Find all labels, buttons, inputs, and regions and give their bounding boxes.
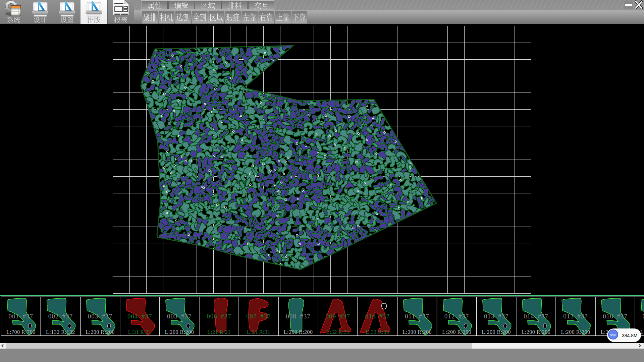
- svg-text:L:31 R:31: L:31 R:31: [128, 329, 152, 335]
- svg-text:L:200 R:200: L:200 R:200: [442, 329, 471, 335]
- svg-text:L:200 R:200: L:200 R:200: [402, 329, 432, 335]
- svg-text:014_#37: 014_#37: [524, 313, 548, 320]
- svg-text:016_#37: 016_#37: [603, 313, 628, 320]
- svg-text:002_#37: 002_#37: [48, 313, 73, 320]
- svg-text:L:132 R:132: L:132 R:132: [46, 329, 75, 335]
- svg-text:001_#37: 001_#37: [9, 313, 34, 320]
- svg-text:L:200 R:200: L:200 R:200: [482, 329, 511, 335]
- svg-text:L:200 R:200: L:200 R:200: [561, 329, 590, 335]
- svg-text:009_#37: 009_#37: [326, 313, 351, 320]
- svg-text:L:200 R:200: L:200 R:200: [86, 329, 115, 335]
- svg-text:011_#37: 011_#37: [405, 313, 429, 320]
- svg-text:005_#37: 005_#37: [167, 313, 192, 320]
- svg-text:017_#37: 017_#37: [642, 313, 644, 320]
- svg-text:003_#37: 003_#37: [88, 313, 113, 320]
- svg-text:L:200 R:200: L:200 R:200: [165, 329, 194, 335]
- svg-text:013_#37: 013_#37: [484, 313, 509, 320]
- svg-text:007_#37: 007_#37: [246, 313, 271, 320]
- svg-text:010_#37: 010_#37: [365, 313, 390, 320]
- svg-text:L:21 R:21: L:21 R:21: [207, 329, 231, 335]
- svg-text:006_#37: 006_#37: [207, 313, 231, 320]
- svg-text:L:31 R:31: L:31 R:31: [247, 329, 270, 335]
- svg-text:L:700 R:700: L:700 R:700: [6, 329, 36, 335]
- svg-text:L:32 R:31: L:32 R:31: [326, 329, 350, 335]
- svg-text:L:200 R:200: L:200 R:200: [521, 329, 550, 335]
- svg-text:004_#37: 004_#37: [127, 313, 152, 320]
- svg-text:L:33 R:33: L:33 R:33: [366, 329, 389, 335]
- svg-text:012_#37: 012_#37: [444, 313, 469, 320]
- svg-text:L:200 R:200: L:200 R:200: [284, 329, 313, 335]
- svg-text:015_#37: 015_#37: [563, 313, 588, 320]
- svg-text:008_#37: 008_#37: [286, 313, 311, 320]
